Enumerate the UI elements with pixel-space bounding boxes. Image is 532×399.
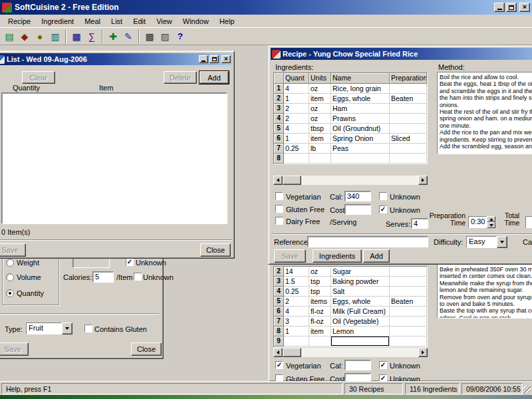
- row-number-cell[interactable]: 7: [274, 144, 284, 154]
- col-header-name[interactable]: Name: [331, 73, 390, 84]
- recipe-add-button[interactable]: Add: [363, 249, 390, 263]
- col-header-preparation[interactable]: Preparation: [390, 73, 427, 84]
- scrollbar-track[interactable]: [301, 348, 418, 357]
- toolbar-recipe-button[interactable]: ▤: [2, 29, 17, 44]
- row-number-cell[interactable]: 5: [274, 124, 284, 134]
- toolbar-meal-button[interactable]: ●: [33, 29, 47, 44]
- row-number-cell[interactable]: 6: [274, 307, 284, 317]
- units-cell[interactable]: fl-oz: [309, 317, 331, 327]
- prep-cell[interactable]: [390, 154, 427, 164]
- toolbar-list-button[interactable]: ▥: [48, 29, 63, 44]
- ingredient-row[interactable]: 214ozSugar: [274, 267, 427, 277]
- quant-cell[interactable]: 1: [284, 134, 309, 144]
- toolbar-edit-button[interactable]: ✎: [121, 29, 136, 44]
- scroll-right-button[interactable]: [418, 348, 428, 357]
- row-number-cell[interactable]: 2: [274, 267, 284, 277]
- prep-cell[interactable]: [390, 317, 427, 327]
- table-hscrollbar[interactable]: [273, 176, 428, 185]
- units-cell[interactable]: [309, 154, 331, 164]
- ingredient-save-button[interactable]: Save: [0, 342, 29, 356]
- units-cell[interactable]: oz: [309, 267, 331, 277]
- units-cell[interactable]: oz: [309, 104, 331, 114]
- cost-unknown-checkbox[interactable]: ✓: [379, 205, 387, 213]
- vegetarian-checkbox[interactable]: ✓: [275, 361, 283, 369]
- quant-cell[interactable]: 4: [284, 124, 309, 134]
- prep-cell[interactable]: [390, 267, 427, 277]
- ingredient-row[interactable]: 21itemEggs, wholeBeaten: [274, 94, 427, 104]
- units-cell[interactable]: tbsp: [309, 124, 331, 134]
- row-number-cell[interactable]: 5: [274, 297, 284, 307]
- method-textarea[interactable]: Boil the rice and allow to cool. Beat th…: [437, 72, 532, 154]
- ingredient-row[interactable]: 9: [274, 336, 427, 346]
- prep-cell[interactable]: [390, 327, 427, 336]
- prep-cell[interactable]: [390, 124, 427, 134]
- name-cell[interactable]: Ham: [331, 104, 390, 114]
- scrollbar-track[interactable]: [301, 176, 418, 185]
- menu-ingredient[interactable]: Ingredient: [36, 15, 79, 27]
- shopping-list-box[interactable]: [1, 92, 227, 224]
- menu-recipe[interactable]: Recipe: [3, 15, 36, 27]
- list-close-button[interactable]: ×: [221, 55, 231, 63]
- toolbar-cookbook-button[interactable]: ▦: [69, 29, 84, 44]
- toolbar-calculator-button[interactable]: ▩: [142, 29, 157, 44]
- vegetarian-checkbox[interactable]: ✓: [275, 192, 283, 200]
- ingredient-close-button[interactable]: Close: [131, 342, 162, 356]
- prep-cell[interactable]: Beaten: [390, 94, 427, 104]
- quant-cell[interactable]: 14: [284, 267, 309, 277]
- calories-field[interactable]: [344, 360, 371, 370]
- menu-list[interactable]: List: [106, 15, 128, 27]
- ingredient-row[interactable]: 8: [274, 154, 427, 164]
- toolbar-nutrition-button[interactable]: ∑: [84, 29, 99, 44]
- prep-cell[interactable]: Sliced: [390, 134, 427, 144]
- name-cell[interactable]: Sugar: [331, 267, 390, 277]
- toolbar-help-button[interactable]: ?: [173, 29, 188, 44]
- ingredient-row[interactable]: 40.25tspSalt: [274, 287, 427, 297]
- contains-gluten-checkbox[interactable]: ✓: [84, 325, 92, 332]
- recipe-ingredients-button[interactable]: Ingredients: [313, 249, 362, 263]
- units-cell[interactable]: item: [309, 134, 331, 144]
- row-number-cell[interactable]: 6: [274, 134, 284, 144]
- name-cell[interactable]: Oil (Vegetable): [331, 317, 390, 327]
- quant-cell[interactable]: 0.25: [284, 144, 309, 154]
- list-minimize-button[interactable]: [199, 55, 208, 63]
- reference-field[interactable]: [307, 236, 428, 247]
- ingredient-row[interactable]: 32ozHam: [274, 104, 427, 114]
- ingredient-row[interactable]: 64fl-ozMilk (Full Cream): [274, 307, 427, 317]
- method-textarea[interactable]: Bake in preheated 350F oven 30 minutes i…: [437, 264, 532, 319]
- units-cell[interactable]: items: [309, 297, 331, 307]
- gluten-free-checkbox[interactable]: ✓: [275, 205, 283, 213]
- recipe-window-title-bar[interactable]: Recipe - Yung Chow Special Fried Rice: [271, 48, 532, 60]
- cost-field[interactable]: [344, 204, 371, 215]
- list-close-action-button[interactable]: Close: [200, 243, 231, 257]
- units-cell[interactable]: oz: [309, 84, 331, 94]
- quant-cell[interactable]: [284, 336, 309, 346]
- menu-window[interactable]: Window: [178, 15, 214, 27]
- list-save-button[interactable]: Save: [0, 243, 26, 257]
- spin-down-button[interactable]: [487, 222, 495, 228]
- scroll-left-button[interactable]: [273, 176, 283, 185]
- type-combo-arrow-button[interactable]: [62, 323, 72, 334]
- name-cell[interactable]: Rice, long grain: [331, 84, 390, 94]
- calories-unknown-checkbox[interactable]: ✓: [134, 273, 142, 281]
- clear-button[interactable]: Clear: [22, 71, 55, 84]
- units-cell[interactable]: item: [309, 327, 331, 336]
- difficulty-combo[interactable]: Easy: [466, 236, 507, 248]
- ingredient-row[interactable]: 73fl-ozOil (Vegetable): [274, 317, 427, 327]
- quant-cell[interactable]: 2: [284, 104, 309, 114]
- calories-unknown-checkbox[interactable]: ✓: [379, 361, 387, 369]
- recipe-save-button[interactable]: Save: [274, 249, 306, 263]
- name-cell[interactable]: [331, 154, 390, 164]
- spin-up-button[interactable]: [487, 216, 495, 222]
- weight-radio[interactable]: [6, 259, 14, 267]
- quantity-radio[interactable]: [6, 289, 14, 297]
- prep-cell[interactable]: [390, 336, 427, 346]
- name-cell[interactable]: Oil (Groundnut): [331, 124, 390, 134]
- name-cell[interactable]: Eggs, whole: [331, 94, 390, 104]
- ingredient-row[interactable]: 42ozPrawns: [274, 114, 427, 124]
- col-header-quant[interactable]: Quant: [284, 73, 309, 84]
- menu-meal[interactable]: Meal: [79, 15, 106, 27]
- restore-button[interactable]: [506, 3, 517, 12]
- prep-cell[interactable]: Beaten: [390, 297, 427, 307]
- quant-cell[interactable]: 2: [284, 114, 309, 124]
- units-cell[interactable]: fl-oz: [309, 307, 331, 317]
